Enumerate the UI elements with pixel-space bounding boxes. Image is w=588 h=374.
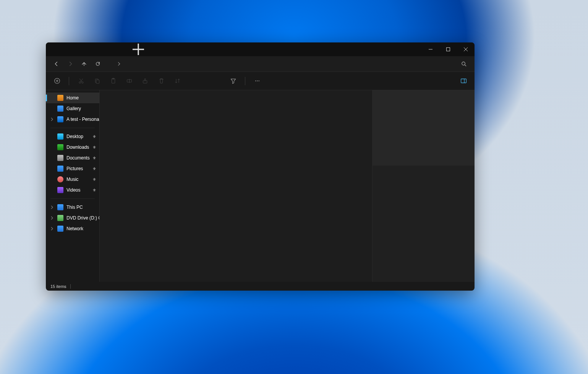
svg-point-11 (255, 80, 256, 81)
svg-rect-0 (447, 48, 450, 51)
chevron-right-icon[interactable] (50, 216, 54, 220)
svg-point-4 (81, 82, 83, 83)
status-item-count: 15 items (50, 284, 66, 289)
videos-icon (57, 187, 63, 193)
pin-icon (92, 156, 96, 160)
sidebar-item-label: Pictures (66, 166, 83, 171)
more-button[interactable] (250, 74, 264, 88)
thispc-icon (57, 204, 63, 210)
svg-rect-6 (96, 80, 99, 83)
sidebar-item-label: DVD Drive (D:) CCC (66, 215, 99, 221)
pictures-icon (57, 166, 63, 172)
sidebar-item-downloads[interactable]: Downloads (46, 142, 99, 153)
gallery-icon (57, 106, 63, 112)
sidebar-item-label: Videos (66, 187, 80, 193)
svg-point-12 (257, 80, 258, 81)
cut-button[interactable] (74, 74, 88, 88)
delete-button[interactable] (154, 74, 168, 88)
sidebar-item-home[interactable]: Home (46, 93, 99, 103)
forward-button[interactable] (63, 57, 77, 71)
sidebar-item-network[interactable]: Network (46, 223, 99, 234)
maximize-icon (446, 47, 450, 51)
close-button[interactable] (457, 42, 475, 56)
toolbar-separator (69, 77, 69, 85)
delete-icon (158, 78, 165, 84)
svg-point-13 (258, 80, 259, 81)
paste-icon (110, 78, 117, 84)
sidebar-item-label: Documents (66, 155, 90, 161)
chevron-right-icon[interactable] (50, 226, 54, 231)
documents-icon (57, 155, 63, 161)
pin-icon (92, 177, 96, 181)
content-area[interactable] (100, 90, 372, 282)
share-icon (142, 78, 149, 84)
sidebar-item-label: Downloads (66, 145, 89, 150)
sort-icon (174, 78, 181, 84)
details-preview (373, 90, 475, 166)
maximize-button[interactable] (439, 42, 457, 56)
sort-button[interactable] (170, 74, 185, 88)
sidebar-item-desktop[interactable]: Desktop (46, 131, 99, 142)
pin-icon (92, 145, 96, 149)
back-button[interactable] (50, 57, 63, 71)
copy-button[interactable] (90, 74, 104, 88)
minimize-icon (429, 47, 432, 51)
downloads-icon (57, 144, 63, 150)
main-area: HomeGalleryA test - Personal DesktopDown… (46, 90, 475, 282)
details-pane (372, 90, 475, 282)
sidebar-item-a-test-personal[interactable]: A test - Personal (46, 114, 99, 125)
svg-point-3 (79, 82, 80, 83)
chevron-right-icon[interactable] (50, 117, 54, 122)
details-pane-icon (460, 78, 467, 84)
sidebar-item-label: A test - Personal (66, 117, 99, 122)
pin-icon (92, 167, 96, 171)
sidebar-item-label: Music (66, 177, 78, 182)
home-icon (57, 95, 63, 101)
sidebar-item-dvd-drive-d-ccc[interactable]: DVD Drive (D:) CCC (46, 213, 99, 223)
arrow-right-icon (68, 61, 73, 67)
desktop-icon (57, 133, 63, 140)
chevron-right-icon (116, 61, 121, 67)
refresh-button[interactable] (91, 57, 105, 71)
pin-icon (92, 188, 96, 192)
sidebar-item-videos[interactable]: Videos (46, 185, 99, 195)
chevron-right-icon[interactable] (50, 205, 54, 210)
new-tab-button[interactable] (131, 42, 146, 56)
pin-icon (92, 135, 96, 138)
new-button[interactable] (50, 74, 64, 88)
music-icon (57, 176, 63, 182)
status-bar: 15 items (46, 282, 475, 291)
arrow-up-icon (81, 61, 87, 67)
sidebar-item-label: Gallery (66, 106, 81, 111)
toolbar (46, 72, 475, 90)
toolbar-separator (245, 77, 245, 85)
onedrive-icon (57, 116, 63, 122)
refresh-icon (95, 61, 100, 67)
details-pane-button[interactable] (456, 74, 471, 88)
share-button[interactable] (138, 74, 152, 88)
sidebar-item-gallery[interactable]: Gallery (46, 103, 99, 114)
rename-button[interactable] (122, 74, 136, 88)
sidebar-separator (50, 128, 95, 128)
sidebar-item-music[interactable]: Music (46, 174, 99, 185)
more-icon (254, 78, 261, 84)
minimize-button[interactable] (422, 42, 439, 56)
paste-button[interactable] (106, 74, 120, 88)
network-icon (57, 226, 63, 232)
sidebar-item-documents[interactable]: Documents (46, 153, 99, 163)
breadcrumb-bar[interactable] (112, 58, 454, 70)
sidebar-separator (50, 198, 95, 199)
rename-icon (126, 78, 133, 84)
up-button[interactable] (77, 57, 91, 71)
search-button[interactable] (457, 57, 471, 71)
filter-button[interactable] (226, 74, 240, 88)
title-bar[interactable] (46, 42, 475, 56)
sidebar-item-this-pc[interactable]: This PC (46, 202, 99, 213)
copy-icon (94, 78, 100, 84)
plus-icon (131, 42, 146, 57)
sidebar-item-pictures[interactable]: Pictures (46, 163, 99, 174)
sidebar-item-label: Desktop (66, 134, 83, 139)
search-icon (461, 61, 467, 67)
svg-rect-8 (112, 78, 113, 80)
filter-icon (230, 78, 236, 84)
